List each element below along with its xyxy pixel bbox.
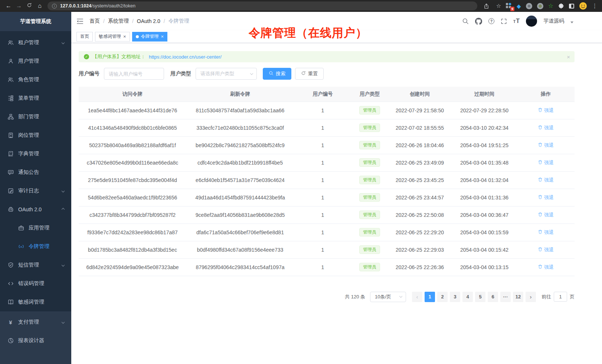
- user-type-cell: 管理员: [351, 224, 388, 241]
- app-logo[interactable]: 芋道管理系统: [0, 12, 71, 31]
- user-avatar[interactable]: [526, 16, 537, 27]
- share-icon[interactable]: [482, 1, 491, 11]
- user-id-cell: 1: [294, 224, 351, 241]
- site-info-icon[interactable]: i: [52, 4, 57, 9]
- sidebar-item-tenant[interactable]: 租户管理: [0, 33, 71, 52]
- user-type-cell: 管理员: [351, 102, 388, 119]
- browser-menu-icon[interactable]: ⋮: [592, 3, 598, 9]
- goto-page-input[interactable]: [554, 292, 567, 302]
- puzzle-extensions-icon[interactable]: [558, 3, 564, 9]
- force-logout-button[interactable]: 强退: [538, 159, 554, 166]
- org-icon: [7, 114, 14, 120]
- sidebar-item-dept[interactable]: 部门管理: [0, 107, 71, 126]
- search-button[interactable]: 搜索: [263, 68, 291, 80]
- sidebar-item-role[interactable]: 角色管理: [0, 70, 71, 89]
- sidebar-item-notice[interactable]: 通知公告: [0, 163, 71, 182]
- bookmark-star-icon[interactable]: ☆: [496, 3, 501, 9]
- profile-avatar-icon[interactable]: [579, 2, 587, 10]
- help-icon[interactable]: ?: [488, 18, 494, 24]
- sidebar-item-label: 敏感词管理: [18, 299, 65, 305]
- browser-back-icon[interactable]: ←: [4, 1, 13, 11]
- browser-reload-icon[interactable]: [24, 1, 34, 11]
- browser-forward-icon[interactable]: →: [14, 1, 24, 11]
- force-logout-button[interactable]: 强退: [538, 142, 554, 149]
- prev-page-button[interactable]: ‹: [412, 292, 422, 302]
- user-id-input[interactable]: [104, 68, 164, 80]
- sidebar-toggle-icon[interactable]: [76, 18, 84, 25]
- github-icon[interactable]: [475, 18, 482, 25]
- browser-address-bar[interactable]: i 127.0.0.1:1024/system/oauth2/token: [48, 1, 477, 10]
- force-logout-button[interactable]: 强退: [538, 177, 554, 183]
- page-button-6[interactable]: 6: [488, 292, 498, 302]
- pager-ellipsis[interactable]: ···: [500, 292, 511, 302]
- user-type-cell: 管理员: [351, 119, 388, 136]
- force-logout-button[interactable]: 强退: [538, 125, 554, 131]
- sidebar-item-label: 角色管理: [18, 76, 65, 83]
- sidebar-item-report[interactable]: 报表设计器: [0, 331, 71, 350]
- force-logout-button[interactable]: 强退: [538, 246, 554, 253]
- force-logout-button[interactable]: 强退: [538, 212, 554, 218]
- gem-extension-icon[interactable]: ◆: [517, 3, 521, 9]
- sidebar-item-label: 短信管理: [18, 262, 58, 268]
- tab-令牌管理[interactable]: 令牌管理×: [132, 32, 168, 42]
- sidebar-item-oauth2[interactable]: OAuth 2.0: [0, 200, 71, 219]
- breadcrumb-item[interactable]: 系统管理: [108, 18, 129, 24]
- sidebar-item-user[interactable]: 用户管理: [0, 52, 71, 70]
- caret-down-icon[interactable]: [570, 21, 573, 23]
- extension-grid-icon[interactable]: 9: [506, 3, 512, 9]
- font-size-icon[interactable]: TT: [513, 18, 520, 24]
- doc-link[interactable]: https://doc.iocoder.cn/user-center/: [149, 54, 222, 60]
- sidebar-item-sms[interactable]: 短信管理: [0, 256, 71, 274]
- user-type-select[interactable]: 请选择用户类型: [196, 68, 257, 80]
- page-button-5[interactable]: 5: [475, 292, 485, 302]
- main-area: 首页/系统管理/OAuth 2.0/令牌管理 ? TT 芋道源码 首页敏感词管理…: [71, 12, 602, 364]
- reset-button[interactable]: 重置: [295, 68, 324, 80]
- close-icon[interactable]: ×: [123, 34, 126, 39]
- sidebar-item-dict[interactable]: 字典管理: [0, 145, 71, 163]
- search-icon[interactable]: [462, 18, 469, 24]
- sidebar-item-label: 租户管理: [18, 39, 58, 46]
- create-time-cell: 2022-06-25 23:44:57: [388, 189, 452, 206]
- sidebar-layout-icon[interactable]: [569, 4, 574, 9]
- sidebar-item-errcode[interactable]: 错误码管理: [0, 274, 71, 293]
- fullscreen-icon[interactable]: [501, 18, 507, 24]
- green-dot-extension-icon[interactable]: [537, 3, 543, 9]
- expire-time-cell: 2054-03-04 00:15:42: [452, 241, 517, 258]
- user-id-label: 用户编号: [79, 70, 99, 77]
- sidebar-item-sensitive[interactable]: 敏感词管理: [0, 293, 71, 311]
- logo-image: [4, 16, 16, 27]
- yen-icon: ¥: [7, 319, 14, 325]
- username-label[interactable]: 芋道源码: [543, 18, 564, 24]
- action-cell: 强退: [517, 258, 575, 276]
- browser-home-icon[interactable]: ⌂: [35, 1, 45, 11]
- breadcrumb-item[interactable]: OAuth 2.0: [137, 18, 160, 24]
- sidebar-item-oauth2-token[interactable]: a令牌管理: [0, 237, 71, 256]
- page-button-3[interactable]: 3: [450, 292, 460, 302]
- goto-label: 前往: [542, 294, 551, 300]
- force-logout-button[interactable]: 强退: [538, 107, 554, 114]
- sidebar-item-pay[interactable]: ¥支付管理: [0, 313, 71, 331]
- tags-view: 首页敏感词管理×令牌管理×: [71, 30, 602, 43]
- close-icon[interactable]: ×: [161, 34, 164, 39]
- force-logout-button[interactable]: 强退: [538, 229, 554, 236]
- page-button-4[interactable]: 4: [462, 292, 473, 302]
- force-logout-button[interactable]: 强退: [538, 194, 554, 201]
- tab-首页[interactable]: 首页: [76, 32, 93, 42]
- page-size-select[interactable]: 10条/页: [370, 292, 406, 302]
- alert-close-icon[interactable]: ×: [567, 54, 570, 60]
- tab-敏感词管理[interactable]: 敏感词管理×: [95, 32, 130, 42]
- page-button-12[interactable]: 12: [513, 292, 523, 302]
- breadcrumb-item[interactable]: 首页: [89, 18, 100, 24]
- user-type-tag: 管理员: [359, 211, 380, 219]
- force-logout-button[interactable]: 强退: [538, 264, 554, 271]
- next-page-button[interactable]: ›: [526, 292, 536, 302]
- sidebar-item-menu[interactable]: 菜单管理: [0, 89, 71, 107]
- green-star-extension-icon[interactable]: ☆: [548, 3, 553, 9]
- sidebar-item-audit[interactable]: 审计日志: [0, 182, 71, 200]
- page-button-1[interactable]: 1: [425, 292, 435, 302]
- gray-extension-icon[interactable]: [526, 3, 532, 9]
- page-button-2[interactable]: 2: [437, 292, 448, 302]
- sidebar-item-oauth2-app[interactable]: 应用管理: [0, 219, 71, 237]
- sidebar-item-post[interactable]: 岗位管理: [0, 126, 71, 145]
- table-row: c347026e805e4d99b0d116eae66eda8ccdfc4ce9…: [79, 154, 575, 171]
